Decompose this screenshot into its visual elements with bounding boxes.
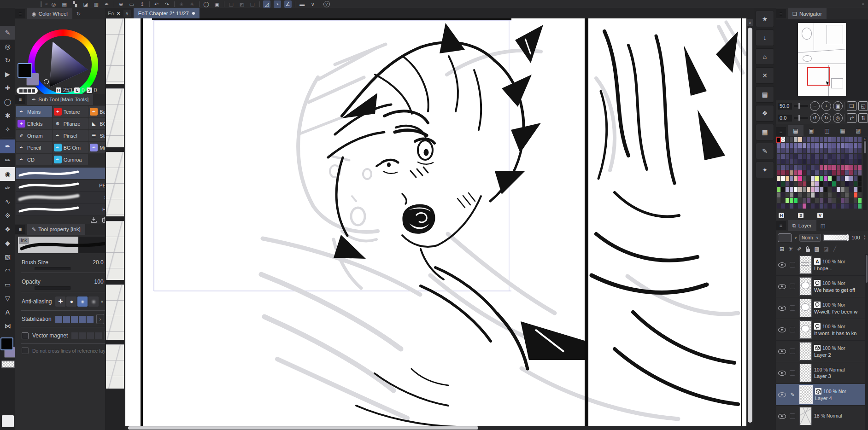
color-swatch[interactable] <box>841 143 845 148</box>
color-swatch[interactable] <box>828 198 832 203</box>
page-thumbnail-6[interactable] <box>106 344 124 389</box>
color-swatch[interactable] <box>786 176 789 181</box>
color-swatch[interactable] <box>790 176 793 181</box>
color-swatch[interactable] <box>824 154 827 159</box>
color-swatch[interactable] <box>832 176 836 181</box>
color-swatch[interactable] <box>786 187 789 192</box>
story-editor-icon[interactable]: ▥ <box>93 0 100 8</box>
color-swatch[interactable] <box>798 159 802 164</box>
color-swatch[interactable] <box>790 143 793 148</box>
color-swatch[interactable] <box>845 148 849 153</box>
canvas-vertical-scrollbar[interactable]: ∧ <box>746 18 754 430</box>
aa-strong-button[interactable]: ● <box>88 296 99 307</box>
layer-checkbox[interactable] <box>790 370 795 376</box>
color-swatch[interactable] <box>841 198 845 203</box>
material-star-folder[interactable]: ★ <box>756 11 774 27</box>
intermediate-color-tab[interactable]: ▣ <box>803 125 819 136</box>
layer-thumbnail[interactable] <box>799 256 812 274</box>
layer-checkbox[interactable] <box>790 305 795 311</box>
canvas-horizontal-scrollbar[interactable] <box>125 426 746 430</box>
color-swatch[interactable] <box>824 181 827 186</box>
sv-marker[interactable] <box>44 79 49 84</box>
color-swatch[interactable] <box>803 203 806 209</box>
color-swatch[interactable] <box>781 198 785 203</box>
color-swatch[interactable] <box>786 181 789 186</box>
color-swatch[interactable] <box>841 148 845 153</box>
color-swatch[interactable] <box>777 187 780 192</box>
color-swatch[interactable] <box>849 203 853 209</box>
navigator-preview-area[interactable] <box>776 19 868 100</box>
color-swatch[interactable] <box>837 192 840 198</box>
visibility-cell[interactable] <box>776 414 788 419</box>
color-swatch[interactable] <box>790 203 793 209</box>
color-swatch[interactable] <box>777 192 780 198</box>
airbrush-tool[interactable]: ※ <box>0 209 15 222</box>
color-swatch[interactable] <box>794 148 798 153</box>
color-swatch[interactable] <box>837 176 840 181</box>
material-expand-folder[interactable]: ❖ <box>756 105 774 122</box>
eraser-tool[interactable]: ◆ <box>0 236 15 250</box>
layer-row-7[interactable]: ✎100 % NorLayer 4 <box>776 384 865 406</box>
canvas-artwork[interactable] <box>125 18 746 430</box>
sub-tool-group-effekts[interactable]: ✦Effekts <box>16 118 52 129</box>
color-swatch[interactable] <box>832 148 836 153</box>
color-swatch[interactable] <box>781 165 785 170</box>
page-thumbnail-5[interactable] <box>106 285 124 340</box>
gradient-tool[interactable]: ▧ <box>0 250 15 264</box>
color-swatch[interactable] <box>820 170 823 175</box>
color-swatch[interactable] <box>820 143 823 148</box>
color-swatch[interactable] <box>854 203 857 209</box>
sub-tool-group-mains[interactable]: ✒Mains <box>16 106 52 117</box>
color-swatch[interactable] <box>828 192 832 198</box>
color-swatch[interactable] <box>811 181 815 186</box>
color-swatch[interactable] <box>777 154 780 159</box>
color-swatch[interactable] <box>815 198 819 203</box>
color-mixer-tab[interactable]: ▨ <box>850 125 866 136</box>
color-swatch[interactable] <box>832 154 836 159</box>
color-swatch[interactable] <box>811 176 815 181</box>
color-swatch[interactable] <box>798 148 802 153</box>
color-swatch[interactable] <box>777 198 780 203</box>
color-swatch[interactable] <box>824 198 827 203</box>
rotate-slider[interactable] <box>794 117 808 119</box>
layer-list-scrollbar[interactable] <box>865 254 868 430</box>
layer-checkbox[interactable] <box>790 284 795 289</box>
color-swatch[interactable] <box>841 176 845 181</box>
palette-scroll-thumb[interactable] <box>864 141 866 153</box>
color-swatch[interactable] <box>837 137 840 142</box>
color-swatch[interactable] <box>820 187 823 192</box>
color-swatch[interactable] <box>845 170 849 175</box>
color-swatch[interactable] <box>854 165 857 170</box>
brush-size-slider[interactable] <box>35 267 70 270</box>
color-swatch[interactable] <box>786 137 789 142</box>
aa-none-button[interactable]: ✚ <box>55 296 65 307</box>
color-swatch[interactable] <box>841 181 845 186</box>
color-swatch[interactable] <box>849 198 853 203</box>
brush-row-soft-2[interactable]: Soft 2 <box>16 192 120 203</box>
color-swatch[interactable] <box>841 187 845 192</box>
eye-icon[interactable] <box>778 306 786 311</box>
color-swatch[interactable] <box>849 165 853 170</box>
checkbox-cell[interactable] <box>788 305 797 311</box>
color-swatch[interactable] <box>828 143 832 148</box>
layer-thumbnail[interactable] <box>799 299 812 317</box>
transparent-color-chip[interactable] <box>1 360 15 368</box>
vector-magnet-checkbox[interactable] <box>22 332 29 339</box>
color-swatch[interactable] <box>794 181 798 186</box>
tab-navigator[interactable]: ❏ Navigator <box>788 8 827 19</box>
color-swatch[interactable] <box>794 192 798 198</box>
layer-checkbox[interactable] <box>790 349 795 354</box>
color-swatch[interactable] <box>781 176 785 181</box>
layer-row-5[interactable]: 100 % NorLayer 2 <box>776 341 865 362</box>
color-wheel-menu-icon[interactable]: ≡ <box>15 9 25 18</box>
tab-color-wheel[interactable]: ◉ Color Wheel <box>27 8 72 19</box>
color-swatch[interactable] <box>837 165 840 170</box>
color-swatch[interactable] <box>815 176 819 181</box>
visibility-cell[interactable] <box>776 371 788 376</box>
color-swatch[interactable] <box>845 187 849 192</box>
color-swatch[interactable] <box>798 165 802 170</box>
color-swatch[interactable] <box>777 181 780 186</box>
color-swatch[interactable] <box>811 192 815 198</box>
snap-special-ruler-icon[interactable]: ◔ <box>274 0 281 8</box>
color-swatch[interactable] <box>777 165 780 170</box>
